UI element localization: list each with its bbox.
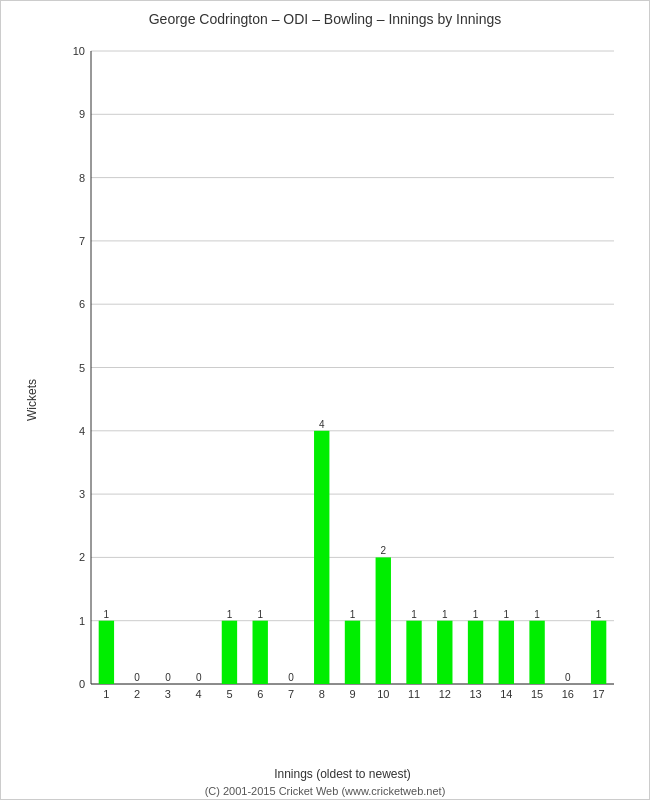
svg-rect-24 <box>99 621 114 684</box>
svg-text:1: 1 <box>504 609 510 620</box>
chart-area: 0123456789101102030415160748192101111121… <box>56 36 629 719</box>
svg-rect-36 <box>253 621 268 684</box>
svg-text:8: 8 <box>79 172 85 184</box>
svg-text:1: 1 <box>534 609 540 620</box>
svg-text:1: 1 <box>596 609 602 620</box>
svg-rect-33 <box>222 621 237 684</box>
svg-text:12: 12 <box>439 688 451 700</box>
svg-text:0: 0 <box>196 672 202 683</box>
svg-text:1: 1 <box>473 609 479 620</box>
svg-text:9: 9 <box>79 108 85 120</box>
svg-rect-59 <box>499 621 514 684</box>
svg-text:1: 1 <box>227 609 233 620</box>
svg-text:2: 2 <box>134 688 140 700</box>
svg-rect-41 <box>314 431 329 684</box>
svg-text:16: 16 <box>562 688 574 700</box>
svg-text:11: 11 <box>408 688 420 700</box>
svg-text:10: 10 <box>73 45 85 57</box>
svg-text:5: 5 <box>79 362 85 374</box>
svg-text:0: 0 <box>134 672 140 683</box>
svg-text:1: 1 <box>411 609 417 620</box>
svg-text:2: 2 <box>79 551 85 563</box>
svg-text:17: 17 <box>592 688 604 700</box>
svg-text:7: 7 <box>288 688 294 700</box>
svg-text:3: 3 <box>165 688 171 700</box>
svg-rect-44 <box>345 621 360 684</box>
svg-text:3: 3 <box>79 488 85 500</box>
svg-text:1: 1 <box>103 688 109 700</box>
svg-text:14: 14 <box>500 688 512 700</box>
svg-text:1: 1 <box>257 609 263 620</box>
svg-text:4: 4 <box>319 419 325 430</box>
svg-text:5: 5 <box>226 688 232 700</box>
svg-text:2: 2 <box>380 545 386 556</box>
svg-rect-56 <box>468 621 483 684</box>
svg-rect-47 <box>376 557 391 684</box>
svg-text:0: 0 <box>288 672 294 683</box>
chart-svg: 0123456789101102030415160748192101111121… <box>56 36 629 719</box>
svg-text:10: 10 <box>377 688 389 700</box>
svg-text:4: 4 <box>79 425 85 437</box>
svg-rect-53 <box>437 621 452 684</box>
svg-rect-67 <box>591 621 606 684</box>
svg-rect-62 <box>529 621 544 684</box>
svg-text:1: 1 <box>442 609 448 620</box>
svg-text:13: 13 <box>469 688 481 700</box>
svg-text:9: 9 <box>349 688 355 700</box>
svg-text:1: 1 <box>104 609 110 620</box>
svg-rect-50 <box>406 621 421 684</box>
svg-text:6: 6 <box>79 298 85 310</box>
svg-text:15: 15 <box>531 688 543 700</box>
y-axis-label: Wickets <box>25 379 39 421</box>
chart-container: George Codrington – ODI – Bowling – Inni… <box>0 0 650 800</box>
svg-text:1: 1 <box>79 615 85 627</box>
svg-text:7: 7 <box>79 235 85 247</box>
svg-text:0: 0 <box>79 678 85 690</box>
svg-text:0: 0 <box>165 672 171 683</box>
svg-text:4: 4 <box>196 688 202 700</box>
svg-text:6: 6 <box>257 688 263 700</box>
svg-text:1: 1 <box>350 609 356 620</box>
svg-text:0: 0 <box>565 672 571 683</box>
x-axis-label: Innings (oldest to newest) <box>56 767 629 781</box>
chart-title: George Codrington – ODI – Bowling – Inni… <box>1 1 649 27</box>
svg-text:8: 8 <box>319 688 325 700</box>
footer-text: (C) 2001-2015 Cricket Web (www.cricketwe… <box>1 785 649 797</box>
